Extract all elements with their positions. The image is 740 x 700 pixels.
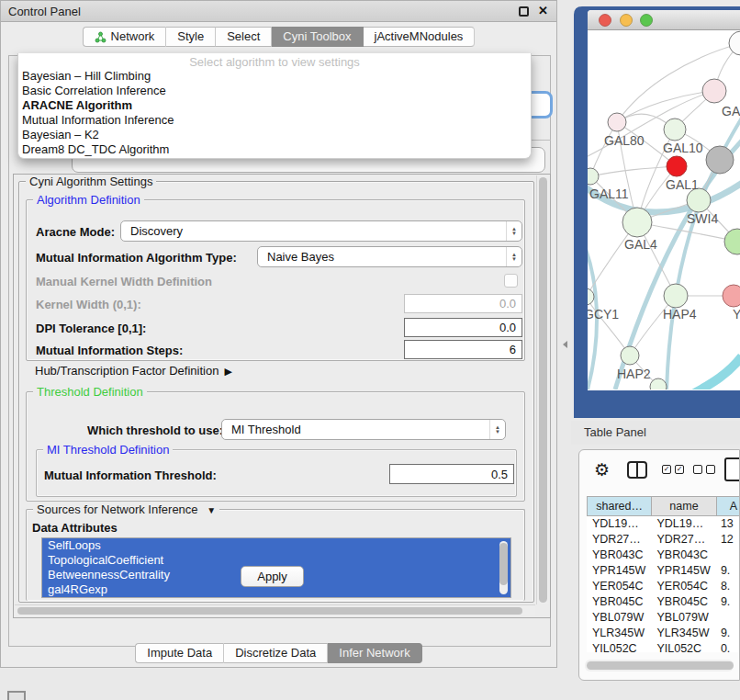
column-header-name[interactable]: name <box>651 496 715 516</box>
svg-text:GAL: GAL <box>722 104 740 119</box>
network-node-hap4[interactable] <box>664 284 688 308</box>
combo-spinner-icon: ▲▼ <box>489 420 505 439</box>
table-row[interactable]: YIL052CYIL052C0. <box>587 641 740 652</box>
network-node-gal80[interactable] <box>608 113 626 131</box>
hub-definition-toggle[interactable]: Hub/Transcription Factor Definition▶ <box>35 364 232 378</box>
table-horizontal-scrollbar[interactable] <box>585 660 734 672</box>
svg-text:GAL10: GAL10 <box>663 141 703 155</box>
network-node-gal4[interactable] <box>622 208 652 237</box>
data-attributes-label: Data Attributes <box>32 521 118 535</box>
kernel-width-label: Kernel Width (0,1): <box>36 298 141 311</box>
table-header-row: shared… name A <box>587 496 740 516</box>
mi-threshold-field[interactable]: 0.5 <box>389 464 514 484</box>
list-scrollbar[interactable] <box>499 541 508 594</box>
sources-title: Sources for Network Inference ▼ <box>33 502 219 516</box>
minimized-panel-icon[interactable] <box>7 691 26 700</box>
network-node-gcy1[interactable] <box>588 288 594 305</box>
network-node-hap2[interactable] <box>621 346 639 365</box>
deselect-all-columns-icon[interactable] <box>693 465 715 474</box>
which-threshold-combo[interactable]: MI Threshold ▲▼ <box>221 419 506 440</box>
svg-text:SWI4: SWI4 <box>687 211 718 226</box>
aracne-mode-combo[interactable]: Discovery ▲▼ <box>120 220 522 242</box>
network-node-gal10[interactable] <box>664 119 686 141</box>
kernel-width-field[interactable]: 0.0 <box>404 294 522 313</box>
combo-spinner-icon: ▲▼ <box>506 247 521 266</box>
network-node-gray[interactable] <box>706 146 734 174</box>
close-traffic-icon[interactable] <box>600 15 611 27</box>
table-panel-header: Table Panel <box>571 421 740 445</box>
network-node-green-right[interactable] <box>724 229 740 254</box>
svg-text:GAL80: GAL80 <box>604 133 645 148</box>
network-icon <box>95 31 107 43</box>
splitpane-collapse-icon[interactable] <box>563 341 567 348</box>
mi-threshold-group: MI Threshold Definition Mutual Informati… <box>36 449 517 497</box>
table-row[interactable]: YBL079WYBL079W <box>587 610 740 626</box>
table-row[interactable]: YER054CYER054C8. <box>587 579 740 594</box>
tab-style[interactable]: Style <box>166 27 216 47</box>
aracne-mode-label: Aracne Mode: <box>36 225 115 239</box>
settings-vertical-scrollbar[interactable] <box>536 175 549 604</box>
network-graph: GAL GAL80 GAL10 GAL1 GAL11 SWI4 GAL4 GCY… <box>588 30 740 390</box>
dpi-tolerance-label: DPI Tolerance [0,1]: <box>36 322 146 335</box>
collapse-down-icon[interactable]: ▼ <box>207 505 216 515</box>
close-window-icon[interactable]: ✕ <box>538 4 548 17</box>
tab-infer-network[interactable]: Infer Network <box>328 643 421 663</box>
dpi-tolerance-field[interactable]: 0.0 <box>404 318 522 337</box>
tab-cyni-toolbox[interactable]: Cyni Toolbox <box>272 27 363 47</box>
dropdown-item-mutual-information[interactable]: Mutual Information Inference <box>18 113 531 128</box>
network-canvas[interactable]: GAL GAL80 GAL10 GAL1 GAL11 SWI4 GAL4 GCY… <box>588 30 740 390</box>
mi-type-label: Mutual Information Algorithm Type: <box>36 251 237 265</box>
node-table: shared… name A YDL19…YDL19…13 YDR27…YDR2… <box>587 496 740 652</box>
tab-discretize-data[interactable]: Discretize Data <box>224 643 328 663</box>
cyni-settings-scrollpane: Cyni Algorithm Settings Algorithm Defini… <box>13 174 551 618</box>
mi-steps-field[interactable]: 6 <box>404 340 522 359</box>
table-row[interactable]: YDR27…YDR27…12 <box>587 532 740 548</box>
export-table-icon[interactable] <box>724 457 740 481</box>
svg-text:HAP2: HAP2 <box>617 367 651 381</box>
table-row[interactable]: YPR145WYPR145W9. <box>587 563 740 579</box>
network-window-titlebar[interactable] <box>588 10 740 30</box>
threshold-definition-title: Threshold Definition <box>33 385 147 399</box>
svg-text:GAL4: GAL4 <box>624 237 657 252</box>
column-view-icon[interactable] <box>627 461 647 479</box>
table-panel-title: Table Panel <box>584 425 646 439</box>
float-window-icon[interactable] <box>519 6 529 17</box>
tab-network[interactable]: Network <box>83 27 167 47</box>
mi-type-combo[interactable]: Naive Bayes ▲▼ <box>257 246 522 267</box>
network-node-gal-cut[interactable] <box>702 79 726 103</box>
tab-jactivemnodules[interactable]: jActiveMNodules <box>364 27 476 47</box>
network-node-unnamed-top[interactable] <box>729 31 740 55</box>
window-title: Control Panel <box>8 5 81 18</box>
manual-kernel-checkbox[interactable] <box>504 274 518 288</box>
hidden-groupbox-fragment <box>531 140 551 141</box>
settings-horizontal-scrollbar[interactable] <box>15 604 535 616</box>
which-threshold-label: Which threshold to use: <box>87 423 223 437</box>
network-node-y-cut[interactable] <box>723 285 740 307</box>
network-node-gal1[interactable] <box>667 156 687 176</box>
dropdown-item-dream8[interactable]: Dream8 DC_TDC Algorithm <box>18 142 531 157</box>
table-row[interactable]: YLR345WYLR345W9. <box>587 626 740 641</box>
svg-text:GAL11: GAL11 <box>589 186 629 201</box>
apply-button[interactable]: Apply <box>241 566 304 587</box>
algorithm-dropdown-list: Select algorithm to view settings Bayesi… <box>17 53 532 159</box>
table-row[interactable]: YDL19…YDL19…13 <box>587 516 740 532</box>
gear-icon[interactable]: ⚙ <box>594 459 610 480</box>
dropdown-item-basic-correlation[interactable]: Basic Correlation Inference <box>18 84 531 98</box>
column-header-shared-name[interactable]: shared… <box>587 496 651 516</box>
svg-text:GCY1: GCY1 <box>588 307 619 322</box>
dropdown-item-bayesian-hill-climbing[interactable]: Bayesian – Hill Climbing <box>18 69 531 84</box>
zoom-traffic-icon[interactable] <box>641 15 653 27</box>
svg-text:Y: Y <box>733 307 740 322</box>
minimize-traffic-icon[interactable] <box>621 15 633 27</box>
tab-impute-data[interactable]: Impute Data <box>135 643 224 663</box>
network-view-window[interactable]: GAL GAL80 GAL10 GAL1 GAL11 SWI4 GAL4 GCY… <box>574 6 740 418</box>
column-header-partial[interactable]: A <box>716 496 740 516</box>
table-row[interactable]: YBR045CYBR045C9. <box>587 594 740 610</box>
select-all-columns-icon[interactable]: ✓ ✓ <box>662 465 684 474</box>
table-row[interactable]: YBR043CYBR043C <box>587 548 740 563</box>
dropdown-item-bayesian-k2[interactable]: Bayesian – K2 <box>18 128 531 142</box>
network-node-labels: GAL GAL80 GAL10 GAL1 GAL11 SWI4 GAL4 GCY… <box>588 104 740 381</box>
list-item-selfloops[interactable]: SelfLoops <box>42 538 510 553</box>
tab-select[interactable]: Select <box>216 27 272 47</box>
dropdown-item-aracne[interactable]: ARACNE Algorithm <box>18 98 531 113</box>
